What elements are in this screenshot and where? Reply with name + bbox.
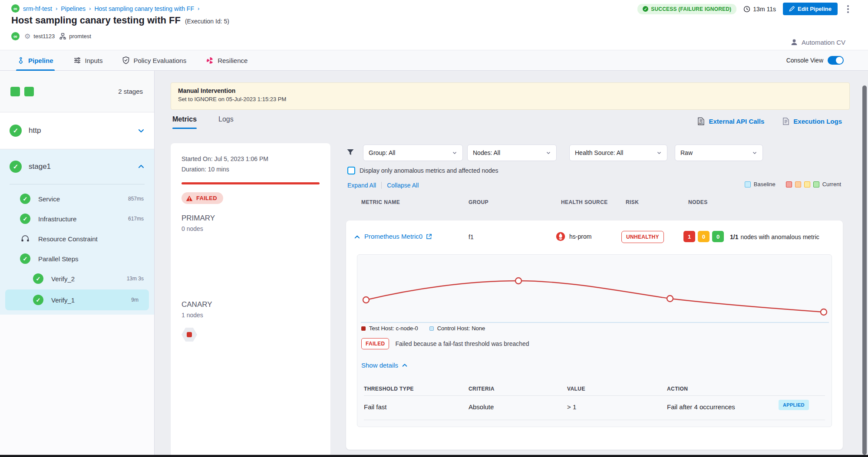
- tab-inputs[interactable]: Inputs: [73, 50, 103, 70]
- collapse-metric-chevron-up-icon[interactable]: [354, 234, 360, 240]
- sidebar-step-resource-constraint[interactable]: Resource Constraint: [0, 229, 154, 249]
- user-icon: [790, 38, 798, 46]
- current-orange-swatch: [795, 181, 801, 187]
- verification-status-label: FAILED: [196, 195, 217, 201]
- service-name: test1123: [33, 33, 55, 39]
- breadcrumb-project[interactable]: srm-hf-test: [23, 5, 52, 12]
- action-cell: Fail after 4 occurrences: [667, 403, 735, 411]
- sidebar-step-infrastructure[interactable]: ✓ Infrastructure 617ms: [0, 209, 154, 229]
- sidebar-step-service[interactable]: ✓ Service 857ms: [0, 189, 154, 209]
- stage-http-label: http: [29, 126, 41, 135]
- timeseries-line-chart[interactable]: [357, 255, 832, 324]
- step-duration: 617ms: [128, 216, 144, 222]
- column-header-health-source: HEALTH SOURCE: [561, 199, 608, 205]
- chevron-up-icon[interactable]: [138, 163, 145, 170]
- pipeline-icon: [17, 57, 24, 64]
- baseline-label: Baseline: [754, 181, 776, 187]
- canary-node-hexagon[interactable]: [182, 328, 197, 342]
- primary-label: PRIMARY: [182, 214, 215, 223]
- breadcrumb-pipeline-name[interactable]: Host sampling canary testing with FF: [94, 5, 194, 12]
- vertical-scrollbar[interactable]: [862, 85, 867, 455]
- tab-metrics[interactable]: Metrics: [172, 115, 197, 129]
- tab-inputs-label: Inputs: [85, 57, 103, 64]
- metric-name-label: Prometheus Metric0: [364, 233, 422, 240]
- expand-all-link[interactable]: Expand All: [347, 182, 376, 189]
- anomalous-only-label: Display only anomalous metrics and affec…: [360, 167, 498, 174]
- chevron-down-icon[interactable]: [138, 127, 145, 134]
- metric-name-link[interactable]: Prometheus Metric0: [364, 233, 432, 240]
- column-header-action: ACTION: [667, 386, 688, 392]
- metric-health-source: hs-prom: [556, 232, 591, 241]
- page-title: Host sampling canary testing with FF: [11, 15, 181, 26]
- chevron-right-icon: ›: [89, 5, 91, 12]
- external-api-calls-link[interactable]: API External API Calls: [697, 117, 764, 125]
- current-yellow-swatch: [804, 181, 810, 187]
- group-filter-value: Group: All: [369, 149, 395, 156]
- control-host-swatch: [429, 326, 434, 331]
- user-chip[interactable]: Automation CV: [790, 38, 845, 46]
- anomalous-only-checkbox[interactable]: [347, 167, 355, 174]
- sidebar-step-verify-1[interactable]: ✓ Verify_1 9m: [5, 289, 149, 310]
- criteria-cell: Absolute: [469, 403, 494, 411]
- filter-icon[interactable]: [346, 148, 355, 157]
- threshold-type-cell: Fail fast: [364, 403, 387, 411]
- shield-check-icon: [122, 56, 129, 64]
- sidebar-step-parallel-steps[interactable]: ✓ Parallel Steps: [0, 249, 154, 269]
- health-source-filter-dropdown[interactable]: Health Source: All: [569, 145, 667, 161]
- success-check-icon: ✓: [20, 214, 30, 224]
- healthy-node-count: 0: [712, 231, 724, 242]
- baseline-swatch: [745, 181, 751, 187]
- sidebar-stage-http[interactable]: ✓ http: [0, 112, 154, 149]
- canary-label: CANARY: [182, 300, 212, 309]
- nodes-filter-dropdown[interactable]: Nodes: All: [467, 145, 557, 161]
- inputs-icon: [73, 57, 81, 64]
- tab-logs[interactable]: Logs: [218, 115, 234, 129]
- service-chip[interactable]: ⚙ test1123: [24, 33, 55, 40]
- status-badge: ✓ SUCCESS (FAILURE IGNORED): [637, 4, 736, 14]
- health-source-filter-value: Health Source: All: [575, 149, 623, 156]
- edit-pipeline-button[interactable]: Edit Pipeline: [783, 3, 838, 15]
- stage-status-square[interactable]: [24, 87, 34, 96]
- duration-value: 13m 11s: [753, 6, 776, 13]
- success-check-icon: ✓: [20, 194, 30, 204]
- group-filter-dropdown[interactable]: Group: All: [363, 145, 463, 161]
- breadcrumb: ∞ srm-hf-test › Pipelines › Host samplin…: [11, 4, 199, 13]
- tab-pipeline[interactable]: Pipeline: [17, 50, 53, 70]
- check-icon: ✓: [643, 6, 648, 12]
- more-options-button[interactable]: [845, 3, 851, 15]
- step-label: Parallel Steps: [38, 255, 79, 263]
- divider: [381, 182, 382, 189]
- metric-type-dropdown[interactable]: Raw: [675, 145, 763, 161]
- value-cell: > 1: [567, 403, 576, 411]
- console-view-toggle[interactable]: [828, 56, 844, 65]
- analysis-failed-badge: FAILED: [361, 338, 389, 349]
- show-details-link[interactable]: Show details: [361, 362, 408, 369]
- chevron-down-icon: [546, 150, 551, 155]
- page-header: ∞ srm-hf-test › Pipelines › Host samplin…: [0, 0, 868, 50]
- stages-summary: 2 stages: [0, 71, 154, 112]
- metric-row-card: Prometheus Metric0 f1 hs-prom UNHEALTHY …: [346, 220, 843, 450]
- stage-status-square[interactable]: [10, 87, 20, 96]
- step-label: Resource Constraint: [38, 235, 98, 243]
- current-label: Current: [822, 181, 841, 187]
- service-health-icon: ∞: [11, 32, 20, 40]
- metric-type-value: Raw: [680, 149, 693, 156]
- execution-logs-link[interactable]: Execution Logs: [782, 117, 842, 125]
- breadcrumb-pipelines[interactable]: Pipelines: [61, 5, 86, 12]
- success-check-icon: ✓: [33, 295, 43, 305]
- resource-constraint-icon: [21, 235, 30, 242]
- divider: [364, 395, 825, 396]
- success-check-icon: ✓: [33, 273, 43, 284]
- step-label: Verify_2: [51, 275, 75, 283]
- sidebar-step-verify-2[interactable]: ✓ Verify_2 13m 3s: [0, 269, 154, 289]
- execution-sidebar: 2 stages ✓ http ✓ stage1 ✓ Service 857ms…: [0, 71, 155, 457]
- column-header-nodes: NODES: [688, 199, 708, 205]
- canary-nodes-count: 1 nodes: [182, 312, 203, 319]
- health-source-chip[interactable]: promtest: [59, 33, 91, 39]
- sidebar-stage-stage1[interactable]: ✓ stage1: [0, 149, 154, 184]
- collapse-all-link[interactable]: Collapse All: [387, 182, 419, 189]
- tab-policy-label: Policy Evaluations: [133, 57, 186, 64]
- tab-resilience[interactable]: Resilience: [206, 50, 248, 70]
- tab-policy-evaluations[interactable]: Policy Evaluations: [122, 50, 186, 70]
- resilience-icon: [206, 57, 214, 64]
